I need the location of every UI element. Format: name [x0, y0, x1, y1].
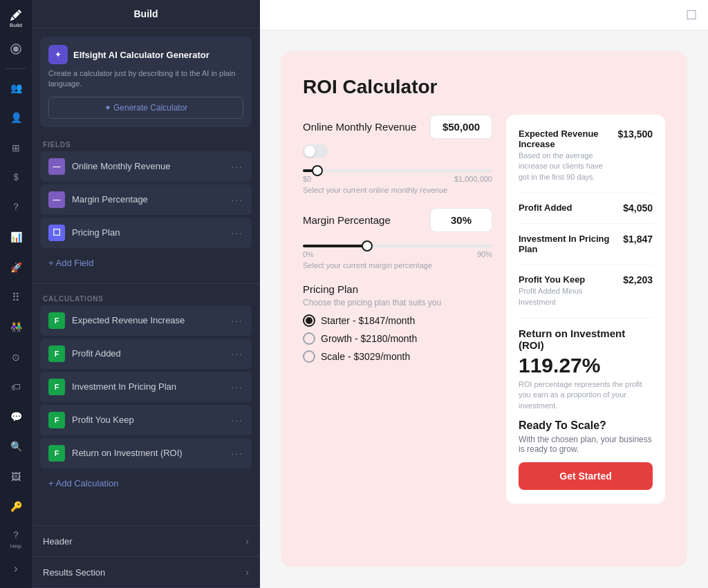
bottom-sections: Header › Results Section › [32, 525, 260, 588]
sidebar-item-image[interactable]: 🖼 [2, 463, 30, 490]
radio-inner-starter [306, 317, 313, 324]
icon-bar: Build 👥 👤 ⊞ ＄ ？ 📊 🚀 ⠿ 👫 ⊙ 🏷 💬 🔍 🖼 🔑 ？ He… [0, 0, 32, 588]
field-item-revenue[interactable]: — Online Monthly Revenue ··· [40, 151, 252, 182]
field-dots-margin[interactable]: ··· [231, 194, 243, 205]
result-revenue-increase-label: Expected Revenue Increase [519, 129, 612, 149]
sidebar-item-users[interactable]: 👥 [2, 75, 30, 102]
ai-card: ✦ Elfsight AI Calculator Generator Creat… [40, 37, 252, 127]
revenue-toggle-wrap [303, 144, 492, 158]
roi-percent: 119.27% [519, 354, 653, 377]
calc-item-profit-added[interactable]: F Profit Added ··· [40, 339, 252, 369]
radio-starter[interactable]: Starter - $1847/month [303, 314, 492, 327]
margin-label-row: Margin Percentage 30% [303, 208, 492, 232]
sidebar-item-search[interactable]: 🔍 [2, 433, 30, 460]
calc-name-4: Profit You Keep [72, 415, 224, 425]
calculator-inputs: Online Monthly Revenue $50,000 $0 $1,000… [303, 115, 492, 504]
topbar: ☐ [260, 0, 708, 30]
calc-icon-1: F [48, 312, 65, 329]
margin-slider[interactable] [303, 245, 492, 247]
margin-max-label: 90% [477, 250, 492, 258]
sidebar-item-grid[interactable]: ⊞ [2, 134, 30, 161]
field-name-pricing: Pricing Plan [72, 227, 224, 238]
expand-button[interactable]: › [2, 556, 30, 582]
sidebar-item-key[interactable]: 🔑 [2, 493, 30, 520]
results-section-item[interactable]: Results Section › [32, 557, 260, 588]
add-calculation-button[interactable]: + Add Calculation [40, 471, 252, 495]
calc-dots-4[interactable]: ··· [231, 415, 243, 426]
calculator-body: Online Monthly Revenue $50,000 $0 $1,000… [303, 115, 665, 504]
calculator-card: ROI Calculator Online Monthly Revenue $5… [281, 51, 687, 567]
calc-item-revenue-increase[interactable]: F Expected Revenue Increase ··· [40, 305, 252, 336]
preview-area: ROI Calculator Online Monthly Revenue $5… [260, 30, 708, 588]
sidebar-item-help[interactable]: ？ Help [2, 526, 30, 553]
margin-min-label: 0% [303, 250, 314, 258]
calc-dots-5[interactable]: ··· [231, 448, 243, 459]
result-investment-label: Investment In PricingPlan [519, 234, 617, 254]
results-chevron-icon: › [245, 567, 249, 578]
scale-description: With the chosen plan, your business is r… [519, 435, 653, 454]
radio-outer-scale [303, 350, 315, 363]
calculator-title: ROI Calculator [303, 76, 665, 98]
field-icon-margin: — [48, 191, 65, 208]
sidebar-item-dollar[interactable]: ＄ [2, 164, 30, 191]
sidebar-item-team[interactable]: 👫 [2, 314, 30, 341]
pricing-section: Pricing Plan Choose the pricing plan tha… [303, 283, 492, 363]
scale-section: Ready To Scale? With the chosen plan, yo… [519, 419, 653, 490]
revenue-toggle[interactable] [303, 144, 328, 158]
revenue-label-row: Online Monthly Revenue $50,000 [303, 115, 492, 139]
calc-dots-1[interactable]: ··· [231, 315, 243, 326]
result-profit-keep-label: Profit You Keep [519, 274, 617, 285]
roi-section: Return on Investment (ROI) 119.27% ROI p… [519, 328, 653, 411]
revenue-slider[interactable] [303, 169, 492, 172]
sidebar-item-rocket[interactable]: 🚀 [2, 254, 30, 281]
add-field-button[interactable]: + Add Field [40, 251, 252, 275]
sidebar-item-question[interactable]: ？ [2, 194, 30, 221]
field-item-pricing[interactable]: ☐ Pricing Plan ··· [40, 218, 252, 248]
fields-list: — Online Monthly Revenue ··· — Margin Pe… [32, 151, 260, 248]
sidebar-item-chat[interactable]: 💬 [2, 403, 30, 430]
calc-icon-2: F [48, 345, 65, 362]
calc-item-investment[interactable]: F Investment In Pricing Plan ··· [40, 372, 252, 402]
header-section-item[interactable]: Header › [32, 526, 260, 557]
scale-title: Ready To Scale? [519, 419, 653, 432]
get-started-button[interactable]: Get Started [519, 462, 653, 490]
calc-name-5: Return on Investment (ROI) [72, 448, 224, 458]
calc-dots-2[interactable]: ··· [231, 348, 243, 359]
device-icon[interactable]: ☐ [686, 8, 697, 23]
radio-scale[interactable]: Scale - $3029/month [303, 350, 492, 363]
revenue-value-box: $50,000 [430, 115, 492, 139]
sidebar-item-build[interactable]: Build [2, 6, 30, 32]
sidebar-item-apps[interactable]: ⠿ [2, 283, 30, 310]
calc-item-roi[interactable]: F Return on Investment (ROI) ··· [40, 438, 252, 468]
field-icon-revenue: — [48, 158, 65, 175]
header-section-label: Header [43, 536, 73, 547]
calc-name-3: Investment In Pricing Plan [72, 381, 224, 392]
result-profit-keep-sublabel: Profit Added Minus Investment [519, 286, 617, 307]
sidebar-item-style[interactable] [2, 35, 30, 62]
field-name-revenue: Online Monthly Revenue [72, 161, 224, 171]
ai-card-title: Elfsight AI Calculator Generator [73, 50, 209, 60]
calc-icon-4: F [48, 412, 65, 428]
field-dots-revenue[interactable]: ··· [231, 161, 243, 172]
calc-dots-3[interactable]: ··· [231, 381, 243, 392]
result-revenue-increase-value: $13,500 [617, 129, 653, 140]
revenue-field-label: Online Monthly Revenue [303, 121, 416, 133]
margin-field-group: Margin Percentage 30% 0% 90% Select your… [303, 208, 492, 269]
generate-calculator-button[interactable]: ✦ Generate Calculator [48, 97, 243, 119]
sidebar-item-coin[interactable]: ⊙ [2, 343, 30, 370]
margin-field-label: Margin Percentage [303, 214, 391, 226]
ai-icon: ✦ [48, 45, 68, 64]
field-dots-pricing[interactable]: ··· [231, 227, 243, 238]
sidebar-item-person[interactable]: 👤 [2, 104, 30, 131]
sidebar-item-chart[interactable]: 📊 [2, 224, 30, 251]
radio-label-growth: Growth - $2180/month [321, 333, 417, 344]
revenue-max-label: $1,000,000 [454, 175, 492, 183]
radio-growth[interactable]: Growth - $2180/month [303, 332, 492, 345]
calc-item-profit-keep[interactable]: F Profit You Keep ··· [40, 405, 252, 435]
build-label: Build [10, 22, 22, 28]
sidebar-item-tag[interactable]: 🏷 [2, 373, 30, 400]
header-chevron-icon: › [245, 535, 249, 547]
pricing-sublabel: Choose the pricing plan that suits you [303, 298, 492, 307]
calc-icon-5: F [48, 445, 65, 462]
field-item-margin[interactable]: — Margin Percentage ··· [40, 184, 252, 215]
